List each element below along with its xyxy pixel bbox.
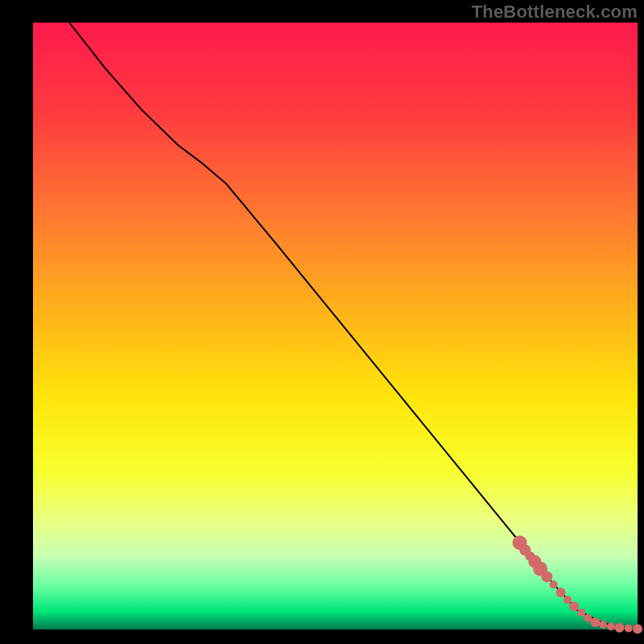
chart-svg <box>0 0 644 644</box>
scatter-dot <box>569 601 579 611</box>
scatter-dot <box>615 623 625 633</box>
watermark-label: TheBottleneck.com <box>472 2 638 23</box>
scatter-dot <box>607 622 615 630</box>
scatter-dot <box>550 580 558 588</box>
scatter-dot <box>633 624 642 634</box>
scatter-dot <box>564 596 572 604</box>
scatter-dot <box>556 588 566 597</box>
scatter-dot <box>625 625 633 633</box>
chart-stage: TheBottleneck.com <box>0 0 644 644</box>
scatter-dot <box>541 571 552 582</box>
svg-rect-0 <box>33 23 638 630</box>
scatter-dot <box>577 609 585 617</box>
scatter-dot <box>590 617 600 627</box>
scatter-dot <box>599 621 607 629</box>
